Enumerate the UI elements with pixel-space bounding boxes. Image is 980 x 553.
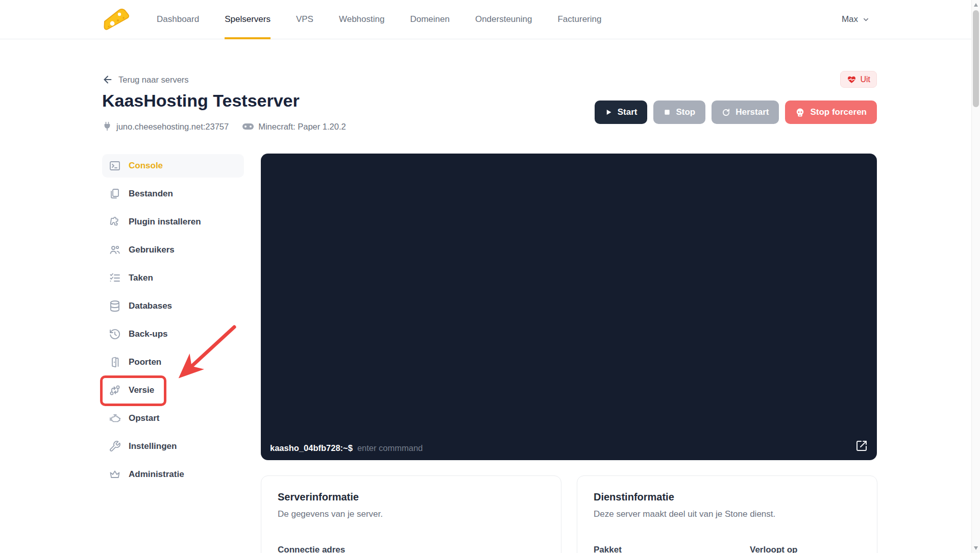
external-link-icon (855, 440, 868, 452)
console-prompt: kaasho_04bfb728:~$ (270, 443, 353, 453)
field-label-connectie-adres: Connectie adres (278, 545, 345, 553)
sidebar-item-label: Databases (129, 301, 172, 311)
field-label-pakket: Pakket (594, 545, 622, 553)
sidebar-item-label: Back-ups (129, 329, 168, 339)
sidebar-item-backups[interactable]: Back-ups (102, 322, 244, 346)
page-title: KaasHosting Testserver (102, 91, 300, 111)
stop-icon (664, 109, 671, 116)
plug-icon (102, 121, 112, 132)
scrollbar-down-arrow[interactable] (974, 546, 978, 550)
database-icon (108, 299, 121, 313)
files-icon (108, 187, 121, 200)
nav-item-spelservers[interactable]: Spelservers (212, 0, 283, 39)
console-command-input[interactable]: kaasho_04bfb728:~$ enter commmand (270, 443, 846, 453)
sidebar-item-bestanden[interactable]: Bestanden (102, 182, 244, 206)
terminal-icon (108, 159, 121, 172)
service-info-card: Dienstinformatie Deze server maakt deel … (577, 475, 877, 553)
back-to-servers-link[interactable]: Terug naar servers (102, 74, 189, 85)
card-title: Dienstinformatie (594, 491, 861, 503)
server-meta: juno.cheesehosting.net:23757 Minecraft: … (102, 121, 346, 132)
force-stop-button-label: Stop forceren (810, 107, 867, 117)
sidebar-item-label: Taken (129, 273, 153, 283)
console-placeholder: enter commmand (357, 443, 423, 453)
server-address-text: juno.cheesehosting.net:23757 (116, 122, 229, 132)
card-subtitle: Deze server maakt deel uit van je Stone … (594, 509, 861, 519)
scrollbar-thumb[interactable] (973, 10, 979, 107)
engine-icon (108, 412, 121, 425)
gamepad-icon (242, 122, 254, 131)
start-button[interactable]: Start (595, 100, 648, 124)
tasks-icon (108, 271, 121, 285)
sidebar-item-label: Console (129, 161, 163, 171)
server-version-text: Minecraft: Paper 1.20.2 (258, 122, 346, 132)
sidebar-item-gebruikers[interactable]: Gebruikers (102, 238, 244, 262)
nav-item-dashboard[interactable]: Dashboard (144, 0, 212, 39)
nav-links: Dashboard Spelservers VPS Webhosting Dom… (144, 0, 614, 39)
server-sidebar: Console Bestanden Plugin installeren Geb… (102, 154, 244, 491)
server-actions: Start Stop Herstart Stop forceren (595, 100, 877, 124)
play-icon (605, 108, 612, 116)
chevron-down-icon (862, 16, 870, 23)
server-version: Minecraft: Paper 1.20.2 (242, 122, 346, 132)
sidebar-item-label: Instellingen (129, 441, 177, 451)
puzzle-icon (108, 215, 121, 229)
sidebar-item-label: Versie (129, 385, 154, 395)
card-subtitle: De gegevens van je server. (278, 509, 545, 519)
nav-item-vps[interactable]: VPS (283, 0, 326, 39)
cheese-icon (102, 8, 132, 31)
sidebar-item-label: Poorten (129, 357, 161, 367)
arrow-left-icon (102, 74, 113, 85)
nav-item-domeinen[interactable]: Domeinen (397, 0, 462, 39)
stop-button-label: Stop (676, 107, 695, 117)
card-title: Serverinformatie (278, 491, 545, 503)
user-name: Max (842, 14, 858, 24)
door-icon (108, 356, 121, 369)
server-address: juno.cheesehosting.net:23757 (102, 121, 229, 132)
skull-icon (795, 108, 805, 117)
sidebar-item-label: Gebruikers (129, 245, 175, 255)
server-info-card: Serverinformatie De gegevens van je serv… (261, 475, 561, 553)
scrollbar-up-arrow[interactable] (974, 3, 978, 7)
sidebar-item-taken[interactable]: Taken (102, 266, 244, 290)
heart-pulse-icon (847, 75, 856, 84)
console-expand-button[interactable] (855, 440, 868, 452)
console-panel: kaasho_04bfb728:~$ enter commmand (261, 154, 877, 460)
users-icon (108, 243, 121, 257)
nav-item-ondersteuning[interactable]: Ondersteuning (462, 0, 545, 39)
sidebar-item-instellingen[interactable]: Instellingen (102, 435, 244, 458)
cheese-logo[interactable] (102, 7, 133, 32)
start-button-label: Start (618, 107, 638, 117)
restart-button-label: Herstart (736, 107, 769, 117)
sidebar-item-label: Administratie (129, 469, 184, 480)
sidebar-item-label: Bestanden (129, 189, 173, 199)
sidebar-item-poorten[interactable]: Poorten (102, 350, 244, 374)
stop-button[interactable]: Stop (653, 100, 705, 124)
sidebar-item-administratie[interactable]: Administratie (102, 463, 244, 486)
restart-icon (722, 108, 730, 117)
force-stop-button[interactable]: Stop forceren (785, 100, 877, 124)
version-icon (108, 384, 121, 397)
status-badge-label: Uit (860, 75, 870, 84)
sidebar-item-console[interactable]: Console (102, 154, 244, 178)
sidebar-item-label: Opstart (129, 413, 159, 423)
crown-icon (108, 468, 121, 481)
top-nav: Dashboard Spelservers VPS Webhosting Dom… (0, 0, 980, 39)
sidebar-item-versie[interactable]: Versie (102, 379, 244, 402)
sidebar-item-databases[interactable]: Databases (102, 294, 244, 318)
sidebar-item-opstart[interactable]: Opstart (102, 407, 244, 430)
user-menu[interactable]: Max (842, 14, 870, 24)
sidebar-item-plugin-installeren[interactable]: Plugin installeren (102, 210, 244, 234)
sidebar-item-label: Plugin installeren (129, 217, 201, 227)
back-link-label: Terug naar servers (118, 75, 189, 85)
page-scrollbar[interactable] (971, 0, 980, 553)
wrench-icon (108, 440, 121, 453)
status-badge: Uit (840, 71, 877, 88)
nav-item-webhosting[interactable]: Webhosting (326, 0, 397, 39)
field-label-verloopt-op: Verloopt op (750, 545, 798, 553)
restart-button[interactable]: Herstart (712, 100, 779, 124)
history-icon (108, 328, 121, 341)
nav-item-facturering[interactable]: Facturering (545, 0, 614, 39)
